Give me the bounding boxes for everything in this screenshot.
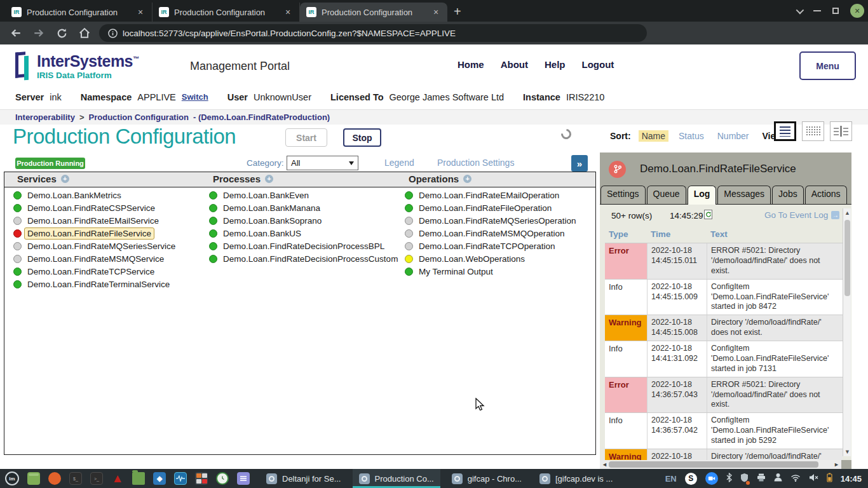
scroll-thumb[interactable] — [844, 220, 850, 296]
log-row[interactable]: Info2022-10-1814:36:57.042ConfigItem 'De… — [605, 412, 843, 449]
taskbar-clock[interactable]: 14:45 — [841, 474, 862, 484]
keyboard-layout-indicator[interactable]: EN — [665, 474, 677, 484]
log-row[interactable]: Warning2022-10-1814:36:57.041Directory '… — [605, 449, 843, 460]
new-tab-button[interactable]: + — [454, 4, 461, 19]
col-header-time[interactable]: Time — [647, 227, 707, 243]
config-item[interactable]: Demo.Loan.BankSoprano — [209, 217, 398, 225]
panel-vertical-scrollbar[interactable]: ▲ ▼ — [843, 208, 851, 456]
config-item[interactable]: Demo.Loan.BankManana — [209, 204, 398, 212]
tab-close-icon[interactable]: × — [431, 7, 441, 17]
flame-app-icon[interactable] — [48, 472, 61, 485]
config-item[interactable]: Demo.Loan.FindRateTerminalService — [13, 280, 175, 288]
sort-option-number[interactable]: Number — [717, 131, 749, 141]
config-item[interactable]: Demo.Loan.FindRateMSMQService — [13, 255, 175, 263]
browser-tab[interactable]: IRProduction Configuration× — [153, 3, 300, 22]
video-call-tray-icon[interactable] — [705, 472, 718, 485]
battery-icon[interactable] — [827, 473, 832, 485]
mint-menu-icon[interactable]: lm — [5, 471, 19, 485]
back-icon[interactable] — [9, 26, 23, 40]
config-item[interactable]: Demo.Loan.FindRateTCPOperation — [405, 242, 576, 250]
panel-horizontal-scrollbar[interactable]: ◄ ► — [600, 460, 841, 469]
config-item[interactable]: Demo.Loan.WebOperations — [405, 255, 576, 263]
config-item[interactable]: Demo.Loan.BankMetrics — [13, 191, 175, 200]
panel-tab-settings[interactable]: Settings — [600, 186, 646, 205]
panel-tab-log[interactable]: Log — [688, 186, 717, 205]
legend-link[interactable]: Legend — [384, 158, 414, 168]
taskbar-window-button[interactable]: Deltanji for Se... — [260, 469, 348, 488]
config-item[interactable]: Demo.Loan.FindRateFileOperation — [405, 204, 576, 212]
scroll-up-icon[interactable]: ▲ — [844, 210, 850, 216]
col-header-text[interactable]: Text — [707, 227, 843, 243]
maximize-button[interactable] — [832, 8, 839, 14]
config-item[interactable]: Demo.Loan.BankEven — [209, 191, 398, 200]
log-row[interactable]: Info2022-10-1814:45:15.009ConfigItem 'De… — [605, 279, 843, 315]
shield-icon[interactable] — [740, 473, 749, 485]
volume-muted-icon[interactable] — [809, 473, 818, 484]
browser-tab[interactable]: IRProduction Configuration× — [300, 3, 447, 22]
scroll-down-icon[interactable]: ▼ — [844, 449, 850, 455]
config-item[interactable]: Demo.Loan.FindRateMSMQOperation — [405, 229, 576, 238]
bluetooth-icon[interactable] — [726, 473, 732, 485]
minimize-button[interactable] — [813, 10, 821, 11]
config-item[interactable]: Demo.Loan.FindRateTCPService — [13, 268, 175, 276]
nav-about-link[interactable]: About — [501, 59, 528, 70]
breadcrumb-root-link[interactable]: Interoperability — [15, 112, 75, 122]
user-tray-icon[interactable] — [774, 473, 782, 484]
forward-icon[interactable] — [32, 26, 46, 40]
config-item[interactable]: Demo.Loan.FindRateDecisionProcessBPL — [209, 242, 398, 250]
panel-tab-queue[interactable]: Queue — [647, 186, 686, 205]
col-header-type[interactable]: Type — [605, 227, 647, 243]
stop-button[interactable]: Stop — [343, 128, 381, 147]
config-item[interactable]: My Terminal Output — [405, 268, 576, 276]
tab-search-chevron-icon[interactable] — [796, 6, 804, 14]
add-item-icon[interactable]: + — [265, 175, 273, 183]
category-select[interactable]: All — [287, 156, 358, 170]
production-settings-link[interactable]: Production Settings — [437, 158, 514, 168]
expand-panel-button[interactable]: » — [571, 155, 588, 172]
panel-tab-jobs[interactable]: Jobs — [772, 186, 804, 205]
waveform-app-icon[interactable] — [174, 472, 187, 485]
s-app-tray-icon[interactable]: S — [685, 473, 697, 485]
reload-icon[interactable] — [55, 26, 69, 40]
nav-logout-link[interactable]: Logout — [582, 59, 614, 70]
site-info-icon[interactable] — [108, 29, 118, 38]
config-item[interactable]: Demo.Loan.FindRateMQSeriesService — [13, 242, 175, 250]
tab-close-icon[interactable]: × — [283, 7, 293, 17]
log-refresh-icon[interactable] — [704, 210, 712, 219]
start-button[interactable]: Start — [285, 128, 327, 147]
address-bar[interactable]: localhost:52773/csp/applive/EnsPortal.Pr… — [99, 24, 647, 42]
home-icon[interactable] — [78, 26, 92, 40]
view-split-button[interactable] — [830, 121, 852, 141]
config-item[interactable]: Demo.Loan.FindRateEMailOperation — [405, 191, 576, 200]
config-item[interactable]: Demo.Loan.FindRateCSPService — [13, 204, 175, 212]
nav-home-link[interactable]: Home — [458, 59, 484, 70]
view-list-button[interactable] — [774, 121, 796, 141]
file-manager-icon[interactable] — [132, 472, 145, 485]
go-to-event-log-link[interactable]: Go To Event Log→ — [764, 210, 839, 220]
tab-close-icon[interactable]: × — [135, 7, 146, 17]
sort-option-name[interactable]: Name — [639, 130, 668, 142]
log-row[interactable]: Info2022-10-1814:41:31.092ConfigItem 'De… — [605, 341, 843, 377]
view-grid-button[interactable] — [802, 121, 824, 141]
scroll-right-icon[interactable]: ► — [834, 461, 839, 468]
config-item[interactable]: Demo.Loan.FindRateDecisionProcessCustom — [209, 255, 398, 263]
config-item[interactable]: Demo.Loan.FindRateEMailService — [13, 217, 175, 225]
notes-app-icon[interactable] — [237, 472, 250, 485]
panel-tab-messages[interactable]: Messages — [717, 186, 771, 205]
add-item-icon[interactable]: + — [61, 175, 69, 183]
taskbar-window-button[interactable]: gifcap - Chro... — [445, 469, 528, 488]
config-item[interactable]: Demo.Loan.FindRateFileService — [13, 229, 175, 238]
panel-tab-actions[interactable]: Actions — [805, 186, 847, 205]
terminal-icon-2[interactable]: >_ — [90, 472, 103, 485]
scroll-left-icon[interactable]: ◄ — [602, 461, 607, 468]
vscode-icon[interactable]: ◆ — [153, 472, 166, 485]
sort-option-status[interactable]: Status — [679, 131, 704, 141]
terminal-icon[interactable]: $_ — [69, 472, 82, 485]
switch-link[interactable]: Switch — [182, 92, 208, 102]
config-item[interactable]: Demo.Loan.FindRateMQSeriesOperation — [405, 217, 576, 225]
hscroll-thumb[interactable] — [609, 461, 818, 468]
config-item[interactable]: Demo.Loan.BankUS — [209, 229, 398, 238]
nav-help-link[interactable]: Help — [545, 59, 566, 70]
log-row[interactable]: Warning2022-10-1814:45:15.008Directory '… — [605, 315, 843, 341]
red-app-icon[interactable]: ▲ — [111, 472, 124, 485]
